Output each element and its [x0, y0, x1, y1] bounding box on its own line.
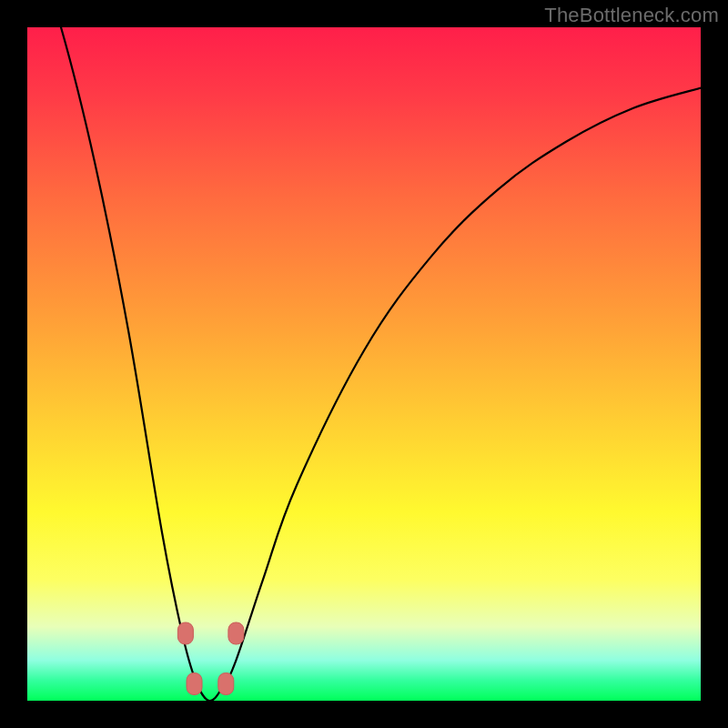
plot-area — [27, 27, 701, 701]
curve-marker — [218, 673, 234, 695]
curve-marker — [228, 622, 244, 644]
curve-marker — [177, 622, 193, 644]
watermark-text: TheBottleneck.com — [544, 4, 719, 27]
curve-layer — [27, 27, 701, 701]
bottleneck-curve — [27, 27, 701, 701]
curve-marker — [187, 673, 202, 695]
